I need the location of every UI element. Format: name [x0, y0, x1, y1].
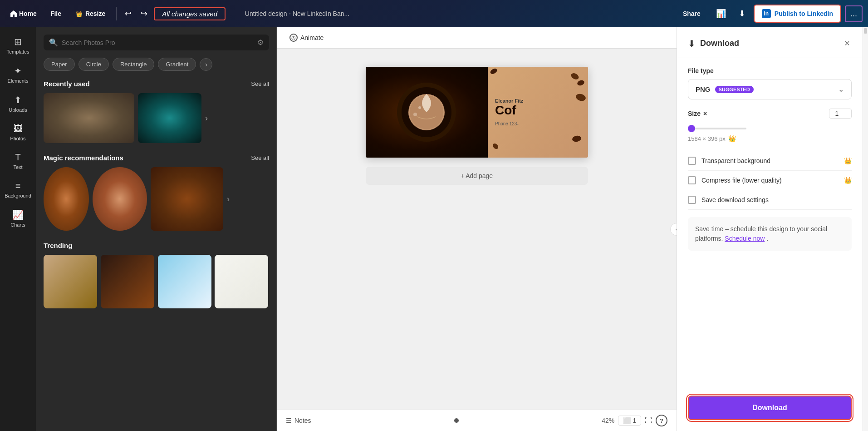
dimensions-crown-icon: 👑 — [728, 135, 736, 142]
compress-option[interactable]: Compress file (lower quality) 👑 — [688, 171, 852, 190]
magic-next[interactable]: › — [227, 194, 230, 204]
file-type-dropdown-arrow: ⌄ — [838, 85, 844, 94]
animate-label: Animate — [300, 34, 324, 41]
photos-panel: 🔍 ⚙ Paper Circle Rectangle Gradient › Re… — [36, 27, 277, 431]
download-close-button[interactable]: × — [843, 36, 852, 50]
transparent-bg-crown-icon: 👑 — [844, 157, 852, 164]
sidebar-item-text[interactable]: T Text — [2, 148, 34, 174]
chip-rectangle[interactable]: Rectangle — [113, 58, 155, 71]
coffee-cup-svg — [390, 76, 463, 149]
charts-label: Charts — [10, 222, 25, 228]
animate-button[interactable]: ◎ Animate — [286, 32, 327, 44]
canvas-phone: Phone 123- — [495, 121, 581, 126]
file-button[interactable]: File — [45, 7, 67, 20]
transparent-bg-option[interactable]: Transparent background 👑 — [688, 151, 852, 171]
save-settings-checkbox[interactable] — [688, 196, 696, 204]
recently-used-next[interactable]: › — [205, 114, 208, 123]
document-title[interactable]: Untitled design - New LinkedIn Ban... — [229, 10, 365, 17]
resize-button[interactable]: 👑 Resize — [70, 7, 111, 20]
trending-photo-2[interactable] — [101, 255, 154, 308]
main-layout: ⊞ Templates ✦ Elements ⬆ Uploads 🖼 Photo… — [0, 27, 868, 431]
transparent-bg-checkbox[interactable] — [688, 157, 696, 165]
notes-label: Notes — [294, 417, 311, 424]
canvas-scroll-area[interactable]: Eleanor Fitz Cof Phone 123- + Add page — [277, 49, 677, 410]
sidebar-item-charts[interactable]: 📈 Charts — [2, 205, 34, 232]
design-canvas[interactable]: Eleanor Fitz Cof Phone 123- — [366, 67, 588, 158]
download-footer: Download — [677, 388, 863, 431]
sidebar-item-uploads[interactable]: ⬆ Uploads — [2, 90, 34, 117]
trending-title: Trending — [44, 242, 72, 249]
file-type-value: PNG — [696, 85, 711, 93]
redo-button[interactable]: ↪ — [138, 6, 150, 21]
templates-label: Templates — [6, 49, 29, 54]
add-page-button[interactable]: + Add page — [366, 167, 588, 185]
trending-photo-1[interactable] — [44, 255, 97, 308]
help-button[interactable]: ? — [656, 415, 667, 426]
chip-circle[interactable]: Circle — [78, 58, 109, 71]
suggested-badge: SUGGESTED — [715, 86, 754, 93]
chips-next-arrow[interactable]: › — [200, 58, 212, 71]
crown-icon: 👑 — [76, 11, 83, 17]
compress-checkbox[interactable] — [688, 176, 696, 184]
trending-photo-4[interactable] — [215, 255, 268, 308]
sidebar-item-photos[interactable]: 🖼 Photos — [2, 119, 34, 146]
home-button[interactable]: Home — [5, 7, 41, 20]
canvas-bottom-bar: ☰ Notes 42% ⬜ 1 ⛶ ? — [277, 410, 677, 431]
magic-see-all[interactable]: See all — [251, 154, 269, 161]
notes-button[interactable]: ☰ Notes — [286, 417, 311, 424]
file-type-left: PNG SUGGESTED — [696, 85, 754, 93]
size-slider[interactable] — [688, 128, 746, 129]
home-label: Home — [19, 10, 37, 17]
more-options-button[interactable]: ... — [845, 5, 863, 22]
text-icon: T — [15, 152, 20, 163]
magic-photo-2[interactable] — [93, 167, 147, 231]
download-button[interactable]: Download — [688, 396, 852, 420]
analytics-icon-button[interactable]: 📊 — [711, 6, 731, 21]
schedule-now-link[interactable]: Schedule now — [725, 235, 765, 242]
publish-button[interactable]: in Publish to LinkedIn — [754, 5, 841, 23]
size-label: Size × — [688, 110, 707, 117]
download-panel: ⬇ Download × File type PNG SUGGESTED ⌄ S… — [677, 27, 863, 431]
zoom-level[interactable]: 42% — [602, 417, 614, 424]
download-icon-button[interactable]: ⬇ — [734, 6, 750, 21]
topbar-right: Share 📊 ⬇ in Publish to LinkedIn ... — [676, 5, 863, 23]
share-button[interactable]: Share — [676, 7, 708, 20]
compress-crown-icon: 👑 — [844, 177, 852, 184]
size-section: Size × 1584 × 396 px 👑 — [688, 109, 852, 142]
photo-otter[interactable] — [44, 93, 134, 143]
save-settings-option[interactable]: Save download settings — [688, 190, 852, 210]
save-status: All changes saved — [154, 7, 226, 20]
compress-label: Compress file (lower quality) — [701, 177, 839, 184]
filter-icon[interactable]: ⚙ — [257, 38, 264, 47]
magic-photo-1[interactable] — [44, 167, 89, 231]
sidebar-item-elements[interactable]: ✦ Elements — [2, 61, 34, 88]
canvas-toolbar: ◎ Animate — [277, 27, 677, 49]
scroll-top[interactable] — [864, 28, 867, 34]
file-type-selector[interactable]: PNG SUGGESTED ⌄ — [688, 79, 852, 99]
search-input[interactable] — [62, 39, 254, 46]
svg-point-4 — [418, 106, 421, 109]
chip-gradient[interactable]: Gradient — [158, 58, 196, 71]
magic-recommendations-header: Magic recommendations See all — [44, 154, 269, 162]
search-icon: 🔍 — [49, 38, 58, 47]
undo-button[interactable]: ↩ — [122, 6, 134, 21]
topbar: Home File 👑 Resize ↩ ↪ All changes saved… — [0, 0, 868, 27]
size-input[interactable] — [829, 109, 852, 119]
canvas-coffee-side — [366, 67, 488, 158]
trending-photo-3[interactable] — [158, 255, 211, 308]
sidebar-item-templates[interactable]: ⊞ Templates — [2, 32, 34, 59]
page-count: 1 — [633, 417, 636, 424]
recently-used-see-all[interactable]: See all — [251, 80, 269, 87]
save-settings-label: Save download settings — [701, 196, 852, 203]
chip-paper[interactable]: Paper — [44, 58, 75, 71]
trending-grid — [44, 255, 269, 308]
sidebar-item-background[interactable]: ≡ Background — [2, 176, 34, 203]
page-number[interactable]: ⬜ 1 — [618, 416, 641, 426]
elements-icon: ✦ — [14, 65, 22, 76]
fullscreen-button[interactable]: ⛶ — [645, 416, 652, 425]
size-multiplier: × — [703, 110, 707, 117]
photo-teal[interactable] — [138, 93, 201, 143]
magic-photo-3[interactable] — [151, 167, 223, 231]
right-scrollbar[interactable] — [863, 27, 868, 431]
transparent-bg-label: Transparent background — [701, 157, 839, 164]
